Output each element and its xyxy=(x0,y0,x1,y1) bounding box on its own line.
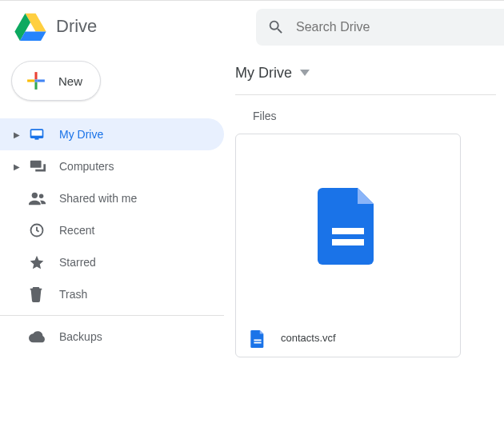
svg-rect-3 xyxy=(34,72,37,79)
file-icon xyxy=(250,330,266,346)
drive-logo-icon xyxy=(14,12,56,41)
search-bar[interactable] xyxy=(256,9,504,46)
new-button-label: New xyxy=(58,74,82,88)
svg-rect-4 xyxy=(34,82,37,90)
sidebar-item-recent[interactable]: Recent xyxy=(0,214,224,246)
svg-rect-9 xyxy=(31,130,42,136)
divider xyxy=(0,315,224,316)
svg-rect-17 xyxy=(254,341,261,343)
sidebar-item-shared[interactable]: Shared with me xyxy=(0,182,224,214)
search-icon xyxy=(267,18,285,36)
sidebar-item-label: Backups xyxy=(59,330,102,343)
file-card[interactable]: contacts.vcf xyxy=(235,134,461,357)
sidebar-item-label: My Drive xyxy=(59,128,103,141)
chevron-down-icon xyxy=(300,70,310,76)
clock-icon xyxy=(24,222,59,238)
sidebar-item-label: Computers xyxy=(59,160,114,173)
topbar: Drive xyxy=(0,0,504,51)
computers-icon xyxy=(24,158,59,174)
svg-point-11 xyxy=(32,193,38,198)
file-preview xyxy=(236,134,460,318)
svg-rect-7 xyxy=(34,79,37,82)
my-drive-icon xyxy=(24,126,59,142)
app-name: Drive xyxy=(56,16,97,37)
file-footer: contacts.vcf xyxy=(236,318,460,357)
logo-area: Drive xyxy=(14,12,256,41)
sidebar: New ▶ My Drive ▶ Computers xyxy=(0,51,224,435)
chevron-right-icon[interactable]: ▶ xyxy=(10,162,24,171)
svg-rect-14 xyxy=(332,228,364,234)
section-title-files: Files xyxy=(253,110,496,122)
svg-point-12 xyxy=(39,194,44,199)
sidebar-item-label: Recent xyxy=(59,224,94,237)
new-button[interactable]: New xyxy=(11,61,101,101)
svg-rect-10 xyxy=(35,138,39,140)
star-icon xyxy=(24,254,59,270)
sidebar-nav: ▶ My Drive ▶ Computers xyxy=(0,118,224,353)
file-name: contacts.vcf xyxy=(281,332,336,344)
sidebar-item-my-drive[interactable]: ▶ My Drive xyxy=(0,118,224,150)
breadcrumb-current: My Drive xyxy=(235,65,292,82)
sidebar-item-computers[interactable]: ▶ Computers xyxy=(0,150,224,182)
sidebar-item-starred[interactable]: Starred xyxy=(0,246,224,278)
breadcrumb[interactable]: My Drive xyxy=(235,51,496,94)
search-input[interactable] xyxy=(296,20,440,34)
divider xyxy=(235,94,496,95)
svg-rect-16 xyxy=(254,339,261,341)
trash-icon xyxy=(24,286,59,302)
sidebar-item-label: Shared with me xyxy=(59,192,137,205)
chevron-right-icon[interactable]: ▶ xyxy=(10,130,24,139)
file-icon xyxy=(318,188,378,265)
svg-rect-6 xyxy=(38,79,45,82)
sidebar-item-trash[interactable]: Trash xyxy=(0,278,224,310)
sidebar-item-label: Starred xyxy=(59,256,96,269)
people-icon xyxy=(24,190,59,206)
sidebar-item-label: Trash xyxy=(59,288,87,301)
content: My Drive Files xyxy=(224,51,504,435)
svg-rect-5 xyxy=(27,79,34,82)
svg-rect-15 xyxy=(332,239,364,245)
cloud-icon xyxy=(24,330,59,343)
sidebar-item-backups[interactable]: Backups xyxy=(0,321,224,353)
plus-icon xyxy=(25,70,58,92)
